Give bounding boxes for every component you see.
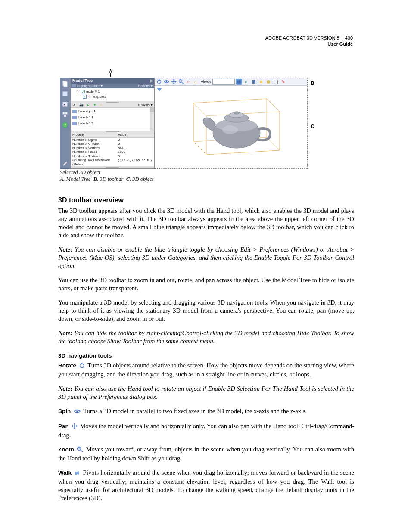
- walk-icon: [74, 470, 80, 478]
- options-menu[interactable]: Options ▾: [138, 84, 153, 88]
- model-render-icon[interactable]: [251, 79, 257, 85]
- model-tree-icon[interactable]: [62, 112, 68, 118]
- model-tree-panel: Model Tree x Highlight Color ▾ Options ▾…: [70, 78, 155, 169]
- tool-desc: Moves the model vertically and horizonta…: [58, 423, 354, 439]
- page-header: ADOBE ACROBAT 3D VERSION 8 400 User Guid…: [265, 35, 353, 47]
- toolbar-toggle-icon[interactable]: [156, 87, 162, 92]
- nav-up-icon[interactable]: ▲: [86, 103, 90, 107]
- zoom-icon: [77, 446, 83, 454]
- note-text: You can hide the toolbar by right-clicki…: [58, 330, 354, 345]
- svg-rect-2: [63, 92, 67, 96]
- tree-node-child[interactable]: Teapot01: [92, 95, 106, 99]
- close-icon[interactable]: x: [150, 78, 153, 83]
- help-icon[interactable]: ?: [62, 122, 68, 128]
- caption-title: Selected 3D object: [60, 169, 314, 176]
- three-d-viewer[interactable]: ↔ ⌂ Views ▦ ▸ ✎: [155, 78, 308, 169]
- part-options-icon[interactable]: ▦: [236, 79, 242, 85]
- pan-icon: [72, 423, 78, 431]
- pages-icon[interactable]: [62, 81, 68, 87]
- svg-rect-3: [63, 102, 67, 106]
- pan-icon[interactable]: [171, 79, 177, 85]
- measure-icon[interactable]: ↔: [185, 79, 191, 85]
- spin-icon[interactable]: [163, 79, 169, 85]
- legend-key-a: A.: [60, 176, 65, 182]
- note-paragraph: Note: You can hide the toolbar by right-…: [58, 329, 354, 345]
- table-row: Number of Lights0: [71, 138, 154, 142]
- checkbox-icon[interactable]: [83, 95, 87, 99]
- views-dropdown[interactable]: [212, 79, 235, 85]
- legend-key-b: B.: [93, 176, 98, 182]
- svg-point-28: [78, 447, 81, 451]
- tool-spin: Spin Turns a 3D model in parallel to two…: [58, 407, 354, 416]
- home-icon[interactable]: ⌂: [100, 103, 104, 107]
- tool-name-pan: Pan: [58, 423, 69, 429]
- bookmarks-icon[interactable]: [62, 91, 68, 97]
- section-heading: 3D toolbar overview: [58, 196, 354, 204]
- col-header-property: Property: [72, 133, 118, 137]
- tool-name-walk: Walk: [58, 470, 72, 476]
- svg-text:?: ?: [64, 123, 66, 127]
- panel-title: Model Tree: [72, 78, 93, 83]
- splitter-handle[interactable]: [71, 101, 154, 103]
- tool-zoom: Zoom Moves you toward, or away from, obj…: [58, 445, 354, 463]
- play-icon[interactable]: ▸: [243, 79, 249, 85]
- scrollbar[interactable]: [150, 108, 154, 131]
- list-item: face left 1: [72, 115, 153, 121]
- svg-point-12: [166, 81, 167, 82]
- note-label: Note:: [58, 330, 72, 336]
- views-label: Views: [200, 80, 211, 84]
- highlight-color-menu[interactable]: Highlight Color ▾: [72, 84, 103, 88]
- views-options-menu[interactable]: Options ▾: [138, 103, 153, 107]
- note-text: You can also use the Hand tool to rotate…: [58, 385, 354, 400]
- svg-point-27: [76, 411, 78, 412]
- paragraph: You can use the 3D toolbar to zoom in an…: [58, 276, 354, 292]
- lighting-icon[interactable]: [258, 79, 264, 85]
- svg-rect-1: [64, 82, 67, 87]
- figure-caption: Selected 3D object A. Model Tree B. 3D t…: [60, 169, 314, 183]
- svg-rect-4: [63, 112, 65, 114]
- resize-handle[interactable]: [71, 166, 154, 168]
- zoom-icon[interactable]: [178, 79, 184, 85]
- figure: A B C ? Model Tree x Highlight Color ▾ O…: [60, 69, 314, 183]
- model-tree-list[interactable]: -node #-1 ✧ Teapot01: [71, 88, 154, 102]
- views-toolbar: 🗂 📷 ▲ ▼ ⌂ Options ▾: [71, 103, 154, 108]
- rotate-icon[interactable]: [156, 79, 162, 85]
- table-row: Number of Textures0: [71, 154, 154, 159]
- panel-subbar: Highlight Color ▾ Options ▾: [71, 84, 154, 88]
- camera-icon: [72, 116, 77, 119]
- camera-icon: [72, 122, 77, 125]
- views-icon[interactable]: 🗂: [72, 103, 77, 107]
- subsection-heading: 3D navigation tools: [58, 352, 354, 360]
- signatures-icon[interactable]: [62, 101, 68, 107]
- camera-icon: [72, 110, 77, 113]
- doc-title: User Guide: [265, 41, 353, 47]
- svg-rect-6: [64, 115, 66, 117]
- svg-rect-14: [252, 80, 255, 84]
- note-paragraph: Note: You can also use the Hand tool to …: [58, 385, 354, 401]
- pencil-icon[interactable]: [62, 160, 68, 166]
- tree-node-root[interactable]: node #-1: [86, 90, 100, 93]
- tool-name-zoom: Zoom: [58, 446, 74, 453]
- table-row: Number of Faces1008: [71, 150, 154, 154]
- checkbox-icon[interactable]: [81, 90, 85, 93]
- background-icon[interactable]: [265, 79, 271, 85]
- nav-down-icon[interactable]: ▼: [93, 103, 97, 107]
- home-icon[interactable]: ⌂: [193, 79, 199, 85]
- svg-point-23: [222, 125, 238, 134]
- tool-name-rotate: Rotate: [58, 362, 76, 369]
- three-d-object[interactable]: [181, 94, 288, 159]
- paragraph: The 3D toolbar appears after you click t…: [58, 207, 354, 240]
- tool-desc: Turns a 3D model in parallel to two fixe…: [83, 408, 307, 414]
- table-row: Number of Children0: [71, 142, 154, 146]
- paragraph: You manipulate a 3D model by selecting a…: [58, 299, 354, 323]
- note-label: Note:: [58, 246, 72, 253]
- tool-pan: Pan Moves the model vertically and horiz…: [58, 422, 354, 439]
- callout-tick-a: [110, 73, 111, 77]
- cross-section-icon[interactable]: [273, 79, 279, 85]
- tool-desc: Turns 3D objects around relative to the …: [58, 362, 354, 378]
- svg-rect-5: [65, 112, 67, 114]
- camera-icon[interactable]: 📷: [79, 103, 84, 107]
- tool-walk: Walk Pivots horizontally around the scen…: [58, 469, 354, 502]
- views-list[interactable]: face right 1 face left 1 face left 2: [71, 108, 154, 131]
- comment-icon[interactable]: ✎: [280, 79, 286, 85]
